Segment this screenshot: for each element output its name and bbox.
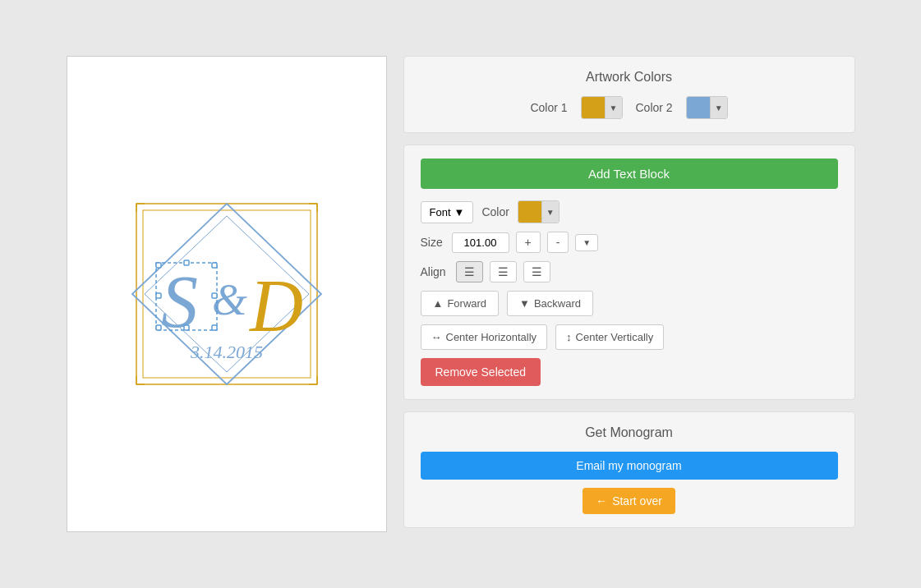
font-dropdown[interactable]: Font ▼ bbox=[421, 201, 474, 223]
color2-swatch-wrapper[interactable]: ▼ bbox=[686, 96, 728, 119]
text-color-swatch[interactable] bbox=[518, 201, 541, 223]
get-monogram-title: Get Monogram bbox=[421, 425, 838, 440]
center-horizontally-button[interactable]: ↔ Center Horizontally bbox=[421, 324, 548, 350]
color1-dropdown-btn[interactable]: ▼ bbox=[605, 97, 622, 118]
add-text-block-button[interactable]: Add Text Block bbox=[421, 158, 838, 189]
color-inline-label: Color bbox=[481, 205, 509, 218]
color2-swatch[interactable] bbox=[687, 97, 710, 118]
forward-backward-row: ▲ Forward ▼ Backward bbox=[421, 291, 838, 316]
text-color-dropdown-btn[interactable]: ▼ bbox=[541, 201, 559, 223]
color2-label: Color 2 bbox=[636, 101, 673, 114]
center-v-label: Center Vertically bbox=[576, 331, 654, 343]
svg-rect-20 bbox=[156, 293, 161, 298]
color1-swatch-wrapper[interactable]: ▼ bbox=[581, 96, 623, 119]
forward-label: Forward bbox=[447, 297, 486, 310]
center-row: ↔ Center Horizontally ↕ Center Verticall… bbox=[421, 324, 838, 350]
artwork-colors-section: Artwork Colors Color 1 ▼ Color 2 ▼ bbox=[403, 56, 855, 133]
align-label: Align bbox=[421, 265, 449, 278]
svg-rect-24 bbox=[212, 325, 217, 330]
svg-rect-17 bbox=[156, 263, 161, 268]
svg-rect-18 bbox=[184, 260, 189, 265]
right-panel: Artwork Colors Color 1 ▼ Color 2 ▼ Add T… bbox=[403, 56, 855, 528]
font-label: Font bbox=[430, 206, 451, 218]
start-over-label: Start over bbox=[612, 494, 662, 508]
size-dropdown-btn[interactable]: ▼ bbox=[575, 234, 598, 251]
svg-text:&: & bbox=[212, 274, 247, 324]
font-dropdown-arrow: ▼ bbox=[454, 206, 465, 218]
size-input[interactable] bbox=[452, 232, 509, 253]
get-monogram-section: Get Monogram Email my monogram ← Start o… bbox=[403, 411, 855, 528]
center-h-icon: ↔ bbox=[431, 331, 442, 343]
svg-rect-22 bbox=[156, 325, 161, 330]
svg-rect-23 bbox=[184, 325, 189, 330]
svg-text:D: D bbox=[248, 265, 303, 347]
color1-swatch[interactable] bbox=[582, 97, 605, 118]
artwork-colors-title: Artwork Colors bbox=[421, 70, 838, 85]
email-monogram-button[interactable]: Email my monogram bbox=[421, 452, 838, 480]
svg-rect-19 bbox=[212, 263, 217, 268]
forward-arrow-icon: ▲ bbox=[433, 297, 444, 310]
backward-label: Backward bbox=[534, 297, 581, 310]
forward-button[interactable]: ▲ Forward bbox=[421, 291, 500, 316]
color-row: Color 1 ▼ Color 2 ▼ bbox=[421, 96, 838, 119]
size-plus-button[interactable]: + bbox=[516, 232, 541, 253]
backward-arrow-icon: ▼ bbox=[519, 297, 530, 310]
svg-text:3.14.2015: 3.14.2015 bbox=[190, 342, 263, 362]
size-label: Size bbox=[421, 236, 445, 249]
color1-label: Color 1 bbox=[530, 101, 567, 114]
center-vertically-button[interactable]: ↕ Center Vertically bbox=[555, 324, 664, 350]
align-right-button[interactable]: ☰ bbox=[523, 261, 550, 283]
size-row: Size + - ▼ bbox=[421, 232, 838, 253]
svg-rect-21 bbox=[212, 293, 217, 298]
align-center-button[interactable]: ☰ bbox=[490, 261, 517, 283]
text-color-swatch-wrapper[interactable]: ▼ bbox=[518, 200, 560, 223]
align-left-button[interactable]: ☰ bbox=[456, 261, 483, 283]
start-over-button[interactable]: ← Start over bbox=[583, 488, 675, 514]
center-v-icon: ↕ bbox=[566, 331, 572, 343]
align-row: Align ☰ ☰ ☰ bbox=[421, 261, 838, 283]
start-over-arrow-icon: ← bbox=[596, 494, 607, 508]
backward-button[interactable]: ▼ Backward bbox=[507, 291, 593, 316]
text-tools-section: Add Text Block Font ▼ Color ▼ Size + bbox=[403, 145, 855, 400]
size-minus-button[interactable]: - bbox=[547, 232, 569, 253]
canvas-area[interactable]: S & D 3.14.2015 bbox=[67, 56, 387, 532]
color2-dropdown-btn[interactable]: ▼ bbox=[710, 97, 727, 118]
remove-selected-button[interactable]: Remove Selected bbox=[421, 358, 541, 386]
center-h-label: Center Horizontally bbox=[446, 331, 537, 343]
font-color-row: Font ▼ Color ▼ bbox=[421, 200, 838, 223]
